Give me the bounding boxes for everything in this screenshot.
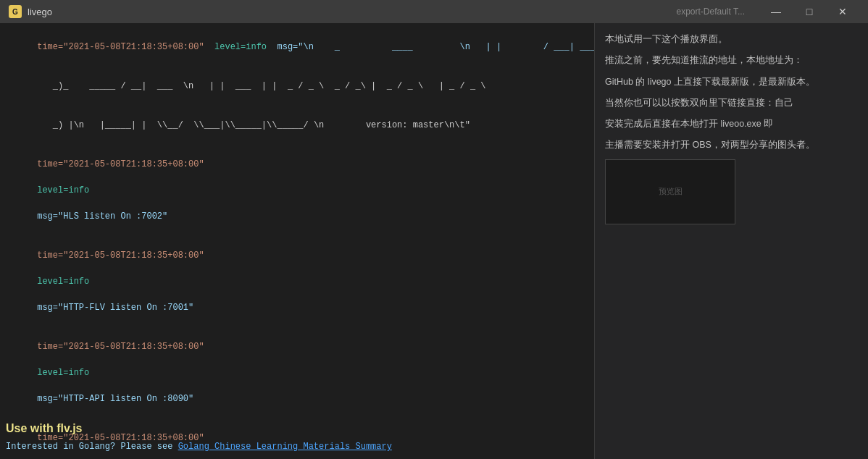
terminal-pane[interactable]: time="2021-05-08T21:18:35+08:00" level=i… — [0, 23, 594, 459]
close-button[interactable]: ✕ — [826, 0, 859, 23]
minimize-button[interactable]: — — [759, 0, 793, 23]
titlebar-extra: export-Default T... — [677, 7, 746, 17]
golang-link-line: Interested in Golang? Please see Golang … — [6, 440, 588, 453]
right-para-6: 主播需要安装并打开 OBS，对两型分享的图头者。 — [605, 138, 858, 153]
window-controls: — □ ✕ — [759, 0, 859, 23]
thumbnail-placeholder: 预览图 — [659, 185, 683, 198]
right-para-3: GitHub 的 livego 上直接下载最新版，是最新版本。 — [605, 75, 858, 90]
right-para-2: 推流之前，要先知道推流的地址，本地地址为： — [605, 53, 858, 68]
golang-link[interactable]: Golang Chinese Learning Materials Summar… — [178, 442, 392, 452]
terminal-line: _) |\n |_____| | \\__/ \\___|\\_____|\\_… — [6, 106, 588, 145]
preview-thumbnail: 预览图 — [605, 159, 735, 224]
right-para-1: 本地试用一下这个播放界面。 — [605, 32, 858, 47]
maximize-button[interactable]: □ — [793, 0, 826, 23]
terminal-line: _)_ _____ / __| ___ \n | | ___ | | _ / _… — [6, 67, 588, 106]
terminal-bottom: Use with flv.js Interested in Golang? Pl… — [0, 414, 594, 459]
right-para-4: 当然你也可以以按数双向里下链接直接：自己 — [605, 96, 858, 111]
main-content: time="2021-05-08T21:18:35+08:00" level=i… — [0, 23, 868, 459]
svg-text:G: G — [12, 8, 18, 16]
titlebar: G livego export-Default T... — □ ✕ — [0, 0, 868, 23]
terminal-line-flv: time="2021-05-08T21:18:35+08:00" level=i… — [6, 236, 588, 327]
terminal-line-api: time="2021-05-08T21:18:35+08:00" level=i… — [6, 327, 588, 418]
flvjs-heading: Use with flv.js — [6, 420, 588, 437]
terminal-line: time="2021-05-08T21:18:35+08:00" level=i… — [6, 28, 588, 67]
right-para-5: 安装完成后直接在本地打开 liveoo.exe 即 — [605, 117, 858, 132]
livego-icon: G — [9, 5, 22, 18]
terminal-line-hls: time="2021-05-08T21:18:35+08:00" level=i… — [6, 145, 588, 236]
right-panel: 本地试用一下这个播放界面。 推流之前，要先知道推流的地址，本地地址为： GitH… — [594, 23, 868, 459]
app-title: livego — [28, 7, 677, 17]
